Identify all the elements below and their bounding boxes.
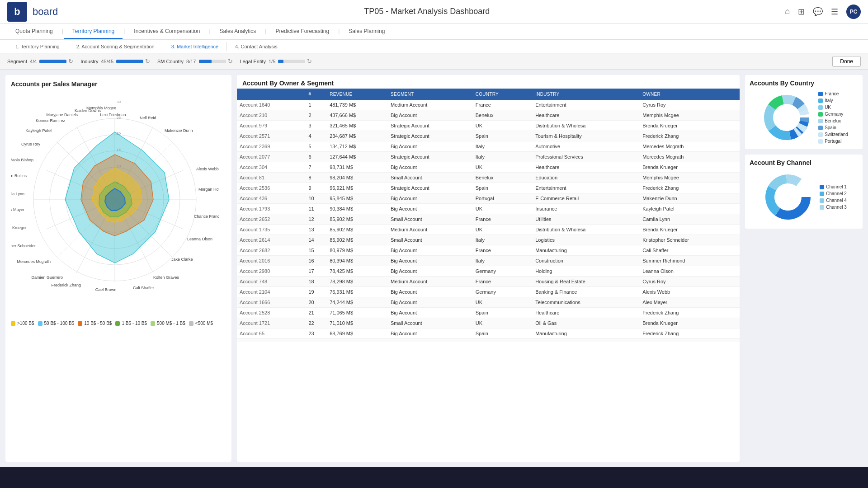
country-donut-svg <box>760 90 814 145</box>
svg-text:Memphis Mcgee: Memphis Mcgee <box>86 106 116 110</box>
table-row[interactable]: Account 17351385,902 M$Medium AccountUKD… <box>237 225 740 235</box>
table-row[interactable]: Account 18772467,898 M$Small AccountSwit… <box>237 339 740 342</box>
table-row[interactable]: Account 16662074,244 M$Big AccountUKTele… <box>237 297 740 308</box>
col-segment: SEGMENT <box>388 89 473 100</box>
col-industry: INDUSTRY <box>533 89 640 100</box>
table-row[interactable]: Account 25714234,687 M$Strategic Account… <box>237 131 740 141</box>
sm-country-refresh-icon[interactable]: ↻ <box>228 58 233 65</box>
chat-icon[interactable]: 💬 <box>813 7 823 17</box>
segment-refresh-icon[interactable]: ↻ <box>68 58 73 65</box>
table-row[interactable]: Account 20776127,644 M$Strategic Account… <box>237 152 740 162</box>
table-body: Account 16401481,739 M$Medium AccountFra… <box>237 100 740 342</box>
table-row[interactable]: Account 26141485,902 M$Small AccountItal… <box>237 235 740 245</box>
legend-dot-1 <box>11 321 15 326</box>
home-icon[interactable]: ⌂ <box>785 7 790 16</box>
table-row[interactable]: Account 2536996,921 M$Strategic AccountS… <box>237 183 740 193</box>
nav-item-incentives[interactable]: Incentives & Compensation <box>126 24 208 39</box>
table-row[interactable]: Account 304798,731 M$Big AccountUKHealth… <box>237 162 740 173</box>
table-row[interactable]: Account 26521285,902 M$Small AccountFran… <box>237 214 740 225</box>
svg-text:Nell Reid: Nell Reid <box>140 116 156 120</box>
nav-item-sales-planning[interactable]: Sales Planning <box>340 24 393 39</box>
board-logo-box: b <box>7 2 27 22</box>
svg-text:Cyrus Roy: Cyrus Roy <box>21 142 41 146</box>
legend-dot-3 <box>78 321 82 326</box>
svg-text:Jake Clarke: Jake Clarke <box>171 257 193 262</box>
legend-item-5: 500 M$ - 1 B$ <box>151 321 185 326</box>
table-row[interactable]: Account 20161680,394 M$Big AccountItalyC… <box>237 256 740 266</box>
radar-legend: >100 B$ 50 B$ - 100 B$ 10 B$ - 50 B$ 1 B… <box>11 321 226 326</box>
table-row[interactable]: Account 2102437,666 M$Big AccountBenelux… <box>237 110 740 121</box>
filter-industry: Industry 45/45 ↻ <box>80 58 150 65</box>
industry-refresh-icon[interactable]: ↻ <box>145 58 150 65</box>
country-legend: France Italy UK Germany Benelux Spain Sw… <box>818 91 848 144</box>
table-row[interactable]: Account 4361095,845 M$Big AccountPortuga… <box>237 193 740 204</box>
dashboard-icon[interactable]: ⊞ <box>798 7 805 17</box>
filter-sm-country: SM Country 8/17 ↻ <box>157 58 233 65</box>
done-button[interactable]: Done <box>832 56 861 67</box>
country-chart-panel: Accounts By Country France Italy <box>745 75 863 149</box>
channel-donut-svg <box>761 170 815 224</box>
svg-text:Chance Francis: Chance Francis <box>194 214 219 219</box>
sub-nav-contact-analysis[interactable]: 4. Contact Analysis <box>227 42 286 51</box>
industry-progress-fill <box>116 60 143 63</box>
filter-legal-entity: Legal Entity 1/5 ↻ <box>240 58 312 65</box>
svg-text:Camila Lynn: Camila Lynn <box>11 192 24 196</box>
table-row[interactable]: Account 81898,204 M$Small AccountBenelux… <box>237 173 740 183</box>
table-row[interactable]: Account 25282171,065 M$Big AccountSpainH… <box>237 308 740 318</box>
legal-entity-refresh-icon[interactable]: ↻ <box>307 58 312 65</box>
radar-svg: Lexi Friedman Nell Reid Makenzie Dunn Al… <box>11 91 219 308</box>
table-row[interactable]: Account 21041976,931 M$Big AccountGerman… <box>237 287 740 297</box>
svg-text:30: 30 <box>117 100 121 104</box>
table-row[interactable]: Account 23695134,712 M$Big AccountItalyA… <box>237 141 740 152</box>
sub-nav-market-intelligence[interactable]: 3. Market Intelligence <box>163 42 227 51</box>
sm-country-progress-fill <box>199 60 212 63</box>
nav-item-territory[interactable]: Territory Planning <box>64 24 123 39</box>
svg-text:25: 25 <box>117 116 121 120</box>
nav-item-quota[interactable]: Quota Planning <box>7 24 61 39</box>
table-row[interactable]: Account 17931190,384 M$Big AccountUKInsu… <box>237 204 740 214</box>
radar-container: Lexi Friedman Nell Reid Makenzie Dunn Al… <box>11 91 219 317</box>
legend-item-4: 1 B$ - 10 B$ <box>115 321 147 326</box>
legal-entity-progress-fill <box>278 60 283 63</box>
segment-progress-bar <box>39 60 66 63</box>
filter-bar: Segment 4/4 ↻ Industry 45/45 ↻ SM Countr… <box>0 53 868 70</box>
svg-text:Morgan Hoffman: Morgan Hoffman <box>198 187 219 192</box>
sub-nav-account-scoring[interactable]: 2. Account Scoring & Segmentation <box>68 42 163 51</box>
svg-text:Kolten Graves: Kolten Graves <box>153 275 179 280</box>
table-row[interactable]: Account 26821580,979 M$Big AccountFrance… <box>237 245 740 256</box>
legend-dot-6 <box>189 321 193 326</box>
channel-chart-title: Account By Channel <box>750 159 858 166</box>
svg-text:15: 15 <box>117 148 121 152</box>
segment-progress-fill <box>39 60 66 63</box>
table-row[interactable]: Account 652368,769 M$Big AccountSpainMan… <box>237 328 740 339</box>
table-row[interactable]: Account 17212271,010 M$Small AccountUKOi… <box>237 318 740 328</box>
table-header-row: # REVENUE SEGMENT COUNTRY INDUSTRY OWNER <box>237 89 740 100</box>
svg-point-63 <box>777 186 799 208</box>
board-logo-text: board <box>33 6 58 18</box>
legend-item-2: 50 B$ - 100 B$ <box>38 321 75 326</box>
table-row[interactable]: Account 29801778,425 M$Big AccountGerman… <box>237 266 740 277</box>
nav-item-sales-analytics[interactable]: Sales Analytics <box>212 24 264 39</box>
country-donut-container: France Italy UK Germany Benelux Spain Sw… <box>750 90 858 145</box>
svg-text:Konnor Ramirez: Konnor Ramirez <box>36 118 66 123</box>
table-row[interactable]: Account 16401481,739 M$Medium AccountFra… <box>237 100 740 110</box>
header: b board TP05 - Market Analysis Dashboard… <box>0 0 868 23</box>
logo-b: b <box>14 6 20 18</box>
channel-chart-panel: Account By Channel Channel 1 Channel 2 C… <box>745 155 863 229</box>
svg-text:10: 10 <box>117 164 121 168</box>
legend-dot-2 <box>38 321 42 326</box>
sub-nav-territory[interactable]: 1. Territory Planning <box>7 42 68 51</box>
svg-text:Colton Rollins: Colton Rollins <box>11 174 27 178</box>
account-table-scroll[interactable]: # REVENUE SEGMENT COUNTRY INDUSTRY OWNER… <box>237 89 740 342</box>
filter-segment: Segment 4/4 ↻ <box>7 58 73 65</box>
table-row[interactable]: Account 7481878,298 M$Medium AccountFran… <box>237 277 740 287</box>
svg-text:Paola Bishop: Paola Bishop <box>11 158 33 162</box>
menu-icon[interactable]: ☰ <box>831 7 838 17</box>
svg-text:Frederick Zhang: Frederick Zhang <box>51 283 81 287</box>
svg-text:Mercedes Mcgrath: Mercedes Mcgrath <box>17 259 51 264</box>
table-row[interactable]: Account 9793321,465 M$Strategic AccountU… <box>237 121 740 131</box>
nav-item-predictive[interactable]: Predictive Forecasting <box>267 24 337 39</box>
page-title: TP05 - Market Analysis Dashboard <box>69 7 785 16</box>
header-icons: ⌂ ⊞ 💬 ☰ PC <box>785 5 861 19</box>
avatar[interactable]: PC <box>846 5 861 19</box>
